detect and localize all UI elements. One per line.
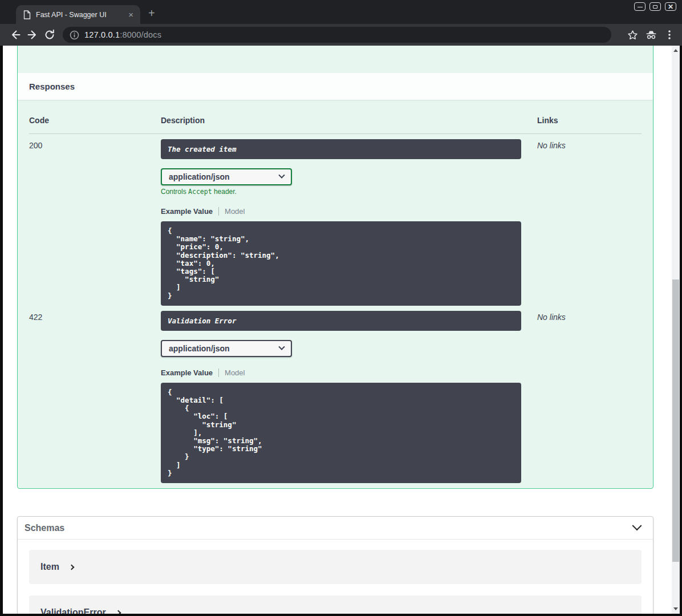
schemas-section: Schemas Item ValidationError	[17, 516, 653, 614]
new-tab-button[interactable]: +	[148, 7, 155, 19]
chevron-right-icon	[115, 610, 121, 614]
browser-toolbar: 127.0.0.1:8000/docs	[0, 24, 682, 46]
scrollbar-thumb[interactable]	[672, 279, 679, 562]
scroll-down-arrow-icon[interactable]	[673, 607, 678, 610]
responses-table: Code Description Links 200 The created i…	[29, 108, 642, 483]
schemas-header[interactable]: Schemas	[18, 517, 653, 540]
example-model-tabs: Example Value Model	[161, 368, 537, 377]
response-code-422: 422	[29, 306, 161, 483]
tab-separator	[218, 207, 219, 216]
example-json-200: { "name": "string", "price": 0, "descrip…	[161, 221, 521, 306]
bookmark-star-icon[interactable]	[627, 29, 639, 41]
window-controls: ✕	[634, 2, 676, 11]
incognito-icon	[644, 29, 658, 41]
tab-separator	[218, 368, 219, 377]
titlebar: Fast API - Swagger UI × + ✕	[0, 0, 682, 24]
chevron-down-icon[interactable]	[632, 521, 642, 530]
page-favicon-icon	[23, 10, 31, 19]
schema-model-validationerror[interactable]: ValidationError	[29, 595, 642, 614]
tab-example-value[interactable]: Example Value	[161, 207, 213, 216]
tab-title: Fast API - Swagger UI	[36, 11, 126, 19]
tab-example-value[interactable]: Example Value	[161, 368, 213, 377]
tab-close-icon[interactable]: ×	[126, 10, 136, 19]
browser-tab[interactable]: Fast API - Swagger UI ×	[16, 5, 140, 24]
media-type-select-200[interactable]: application/json	[161, 168, 292, 185]
tab-model[interactable]: Model	[225, 368, 245, 377]
model-name: Item	[40, 562, 59, 572]
close-button[interactable]: ✕	[665, 2, 676, 11]
response-422-description-cell: Validation Error application/json Exampl…	[161, 306, 537, 483]
url-bar[interactable]: 127.0.0.1:8000/docs	[63, 27, 611, 43]
schemas-title: Schemas	[25, 523, 64, 533]
responses-section-header[interactable]: Responses	[18, 73, 653, 100]
opblock-responses-panel: Responses Code Description Links 200 The…	[17, 46, 653, 489]
column-header-code: Code	[29, 108, 161, 134]
example-json-422-code: { "detail": [ { "loc": [ "string" ], "ms…	[168, 388, 514, 477]
controls-accept-hint: Controls Accept header.	[161, 188, 537, 196]
maximize-button[interactable]	[649, 2, 661, 11]
page-content: Responses Code Description Links 200 The…	[3, 46, 672, 614]
column-header-links: Links	[537, 108, 642, 134]
responses-title: Responses	[29, 82, 75, 91]
media-type-value: application/json	[169, 172, 230, 181]
back-icon[interactable]	[7, 26, 24, 43]
minimize-button[interactable]	[634, 2, 646, 11]
example-model-tabs: Example Value Model	[161, 207, 537, 216]
example-json-422: { "detail": [ { "loc": [ "string" ], "ms…	[161, 383, 521, 483]
model-name: ValidationError	[40, 607, 106, 614]
response-422-links: No links	[537, 306, 642, 483]
response-200-description-cell: The created item application/json Contro…	[161, 134, 537, 306]
tab-model[interactable]: Model	[225, 207, 245, 216]
chevron-down-icon	[278, 343, 285, 350]
response-200-links: No links	[537, 134, 642, 306]
forward-icon[interactable]	[24, 26, 41, 43]
page-scrollbar[interactable]	[672, 46, 680, 614]
media-type-select-422[interactable]: application/json	[161, 340, 292, 357]
media-type-value: application/json	[169, 344, 230, 353]
reload-icon[interactable]	[41, 26, 58, 43]
response-code-200: 200	[29, 134, 161, 306]
response-422-description: Validation Error	[161, 311, 521, 331]
browser-chrome: Fast API - Swagger UI × + ✕ 127.0.0.1:80…	[0, 0, 682, 46]
menu-dots-icon[interactable]	[664, 29, 675, 40]
scroll-up-arrow-icon[interactable]	[673, 49, 678, 52]
chevron-down-icon	[278, 172, 285, 179]
schema-model-item[interactable]: Item	[29, 550, 642, 584]
column-header-description: Description	[161, 108, 537, 134]
chevron-right-icon	[68, 564, 74, 570]
example-json-200-code: { "name": "string", "price": 0, "descrip…	[168, 227, 514, 300]
site-info-icon[interactable]	[70, 30, 79, 40]
url-text: 127.0.0.1:8000/docs	[84, 30, 161, 39]
response-200-description: The created item	[161, 139, 521, 159]
